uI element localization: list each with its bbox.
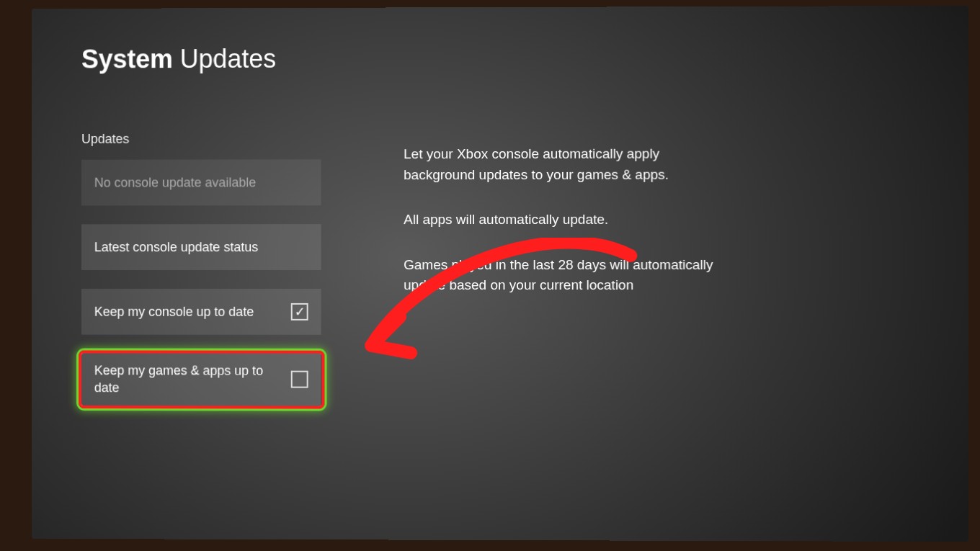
no-console-update-label: No console update available: [94, 174, 256, 191]
keep-console-up-to-date-toggle[interactable]: Keep my console up to date ✓: [81, 289, 321, 335]
options-column: Updates No console update available Late…: [81, 131, 325, 424]
keep-games-apps-up-to-date-toggle[interactable]: Keep my games & apps up to date: [81, 353, 321, 406]
checkbox-unchecked-icon: [291, 371, 308, 388]
settings-screen: System Updates Updates No console update…: [32, 6, 968, 542]
checkbox-checked-icon: ✓: [291, 303, 308, 321]
no-console-update-button: No console update available: [81, 159, 321, 205]
title-light: Updates: [180, 44, 276, 73]
title-bold: System: [81, 44, 173, 73]
keep-games-label: Keep my games & apps up to date: [94, 362, 266, 397]
content-row: Updates No console update available Late…: [81, 130, 917, 426]
description-paragraph-1: Let your Xbox console automatically appl…: [404, 144, 714, 186]
description-column: Let your Xbox console automatically appl…: [404, 130, 714, 425]
keep-console-label: Keep my console up to date: [94, 303, 254, 321]
latest-status-button[interactable]: Latest console update status: [81, 224, 321, 270]
description-paragraph-2: All apps will automatically update.: [404, 210, 714, 230]
description-paragraph-3: Games played in the last 28 days will au…: [404, 254, 714, 295]
page-title: System Updates: [81, 42, 917, 74]
highlight-annotation: Keep my games & apps up to date: [79, 350, 324, 408]
section-label: Updates: [81, 131, 325, 146]
latest-status-label: Latest console update status: [94, 238, 258, 256]
